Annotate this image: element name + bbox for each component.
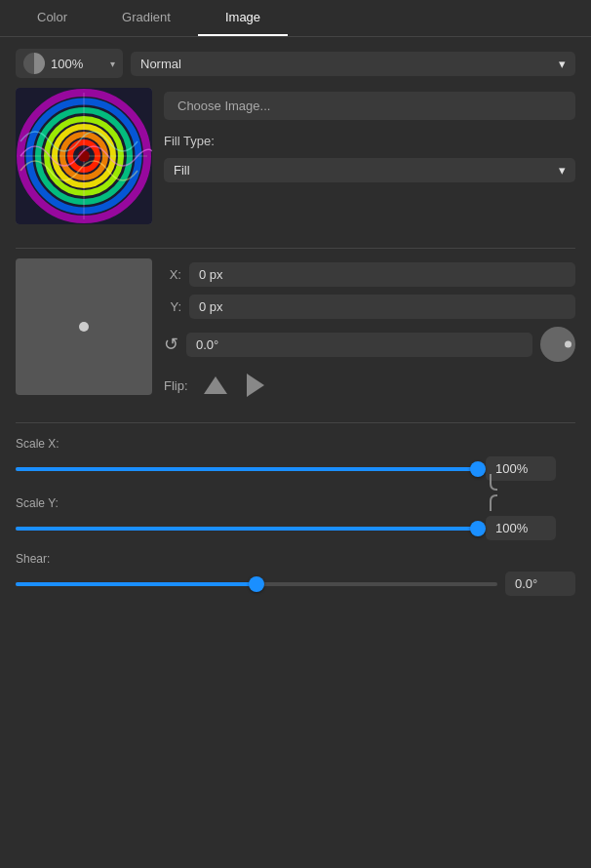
tab-bar: Color Gradient Image: [0, 0, 591, 37]
scale-y-slider-container: Scale Y: 100%: [16, 496, 556, 540]
x-coord-row: X: 0 px: [164, 262, 575, 287]
scale-y-thumb[interactable]: [470, 521, 486, 536]
tab-image[interactable]: Image: [198, 0, 288, 36]
shear-track[interactable]: [16, 574, 497, 594]
rotation-knob[interactable]: [540, 327, 575, 362]
y-coord-row: Y: 0 px: [164, 295, 575, 319]
flip-label: Flip:: [164, 378, 188, 393]
sliders-section: Scale X: 100% Scale Y:: [16, 437, 575, 604]
shear-value[interactable]: 0.0°: [505, 572, 575, 596]
scale-y-track[interactable]: [16, 519, 478, 538]
shear-fill: [16, 582, 256, 586]
blend-mode-value: Normal: [140, 57, 181, 71]
blend-mode-chevron: ▾: [559, 57, 566, 71]
divider-2: [16, 422, 575, 423]
rotation-row: ↺ 0.0°: [164, 327, 575, 362]
scale-y-value[interactable]: 100%: [486, 516, 556, 540]
flip-vertical-button[interactable]: [200, 373, 231, 398]
scale-y-track-bg: [16, 527, 478, 531]
link-icon-container: [482, 470, 499, 515]
image-preview: [16, 88, 152, 224]
shear-thumb[interactable]: [249, 576, 264, 592]
y-value[interactable]: 0 px: [189, 295, 575, 319]
scale-x-input-row: 100%: [16, 456, 556, 481]
opacity-control[interactable]: 100% ▾: [16, 49, 123, 78]
position-controls: X: 0 px Y: 0 px ↺ 0.0° Flip:: [164, 258, 575, 401]
opacity-icon: [23, 53, 45, 74]
scale-x-track-bg: [16, 467, 478, 471]
scale-y-fill: [16, 527, 478, 531]
rotation-value[interactable]: 0.0°: [186, 333, 532, 357]
scale-y-label: Scale Y:: [16, 496, 556, 510]
position-section: X: 0 px Y: 0 px ↺ 0.0° Flip:: [16, 258, 575, 401]
fill-type-label: Fill Type:: [164, 134, 575, 148]
scale-x-fill: [16, 467, 478, 471]
flip-horizontal-button[interactable]: [243, 370, 268, 401]
image-controls: Choose Image... Fill Type: Fill ▾: [164, 88, 575, 224]
tab-color[interactable]: Color: [10, 0, 95, 36]
opacity-blend-row: 100% ▾ Normal ▾: [16, 49, 575, 78]
tab-gradient[interactable]: Gradient: [95, 0, 198, 36]
position-dot: [79, 322, 89, 332]
knob-dot: [565, 341, 571, 348]
fill-chevron: ▾: [559, 163, 566, 178]
divider-1: [16, 248, 575, 249]
flip-vertical-icon: [204, 376, 227, 394]
scale-x-label: Scale X:: [16, 437, 556, 451]
position-preview: [16, 258, 152, 395]
opacity-value: 100%: [51, 57, 104, 71]
rotate-icon[interactable]: ↺: [164, 334, 178, 355]
preview-canvas: [16, 88, 152, 224]
scale-x-track[interactable]: [16, 459, 478, 479]
scale-sliders-group: Scale X: 100% Scale Y:: [16, 437, 575, 548]
link-scales-icon[interactable]: [482, 472, 499, 513]
scale-y-input-row: 100%: [16, 516, 556, 540]
shear-label: Shear:: [16, 552, 575, 566]
x-label: X:: [164, 267, 181, 282]
y-label: Y:: [164, 299, 181, 314]
panel: 100% ▾ Normal ▾: [0, 37, 591, 615]
fill-value: Fill: [174, 163, 190, 178]
x-value[interactable]: 0 px: [189, 262, 575, 287]
shear-slider-container: Shear: 0.0°: [16, 552, 575, 596]
shear-input-row: 0.0°: [16, 572, 575, 596]
scale-x-slider-container: Scale X: 100%: [16, 437, 556, 481]
opacity-chevron: ▾: [110, 59, 115, 69]
blend-mode-control[interactable]: Normal ▾: [131, 52, 575, 76]
fill-type-control[interactable]: Fill ▾: [164, 158, 575, 182]
choose-image-button[interactable]: Choose Image...: [164, 92, 575, 120]
flip-row: Flip:: [164, 370, 575, 401]
flip-horizontal-icon: [247, 374, 264, 397]
image-section: Choose Image... Fill Type: Fill ▾: [16, 88, 575, 224]
